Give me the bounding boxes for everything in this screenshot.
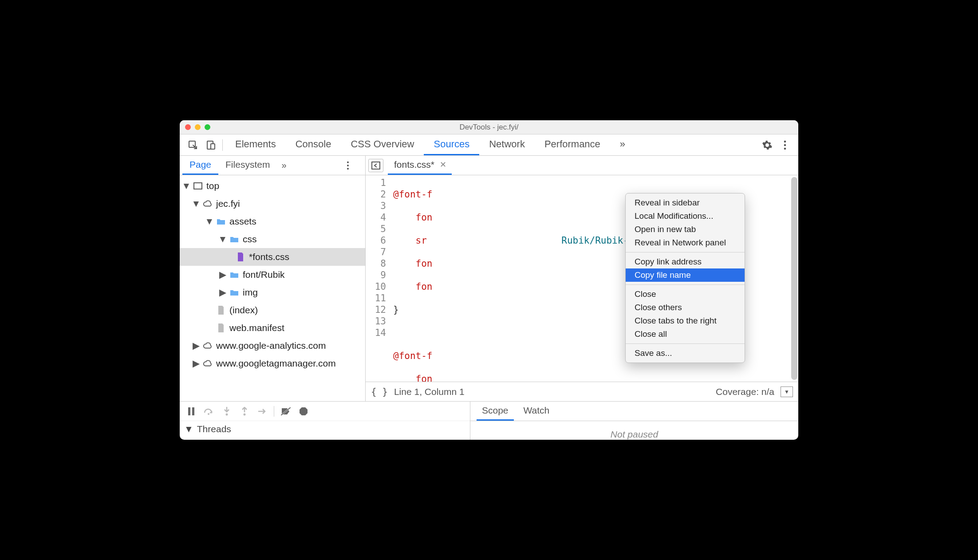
titlebar: DevTools - jec.fyi/ <box>180 120 798 134</box>
svg-rect-11 <box>188 407 190 415</box>
tab-console[interactable]: Console <box>286 134 341 155</box>
svg-point-14 <box>226 413 228 415</box>
tree-row-domain[interactable]: ▼ jec.fyi <box>180 195 365 213</box>
window-title: DevTools - jec.fyi/ <box>180 123 798 132</box>
tree-label: top <box>206 181 219 191</box>
scope-tabs: Scope Watch <box>470 402 798 421</box>
menu-copy-link[interactable]: Copy link address <box>626 255 745 268</box>
file-tab-fonts-css[interactable]: fonts.css* ✕ <box>388 156 452 175</box>
menu-copy-file-name[interactable]: Copy file name <box>626 268 745 282</box>
main-tabs: Elements Console CSS Overview Sources Ne… <box>180 134 798 156</box>
inspect-icon[interactable] <box>184 136 202 154</box>
tree-label: assets <box>229 216 256 227</box>
tree-row-index[interactable]: (index) <box>180 301 365 319</box>
pause-icon[interactable] <box>183 403 199 419</box>
menu-close[interactable]: Close <box>626 288 745 301</box>
menu-close-all[interactable]: Close all <box>626 327 745 341</box>
svg-point-15 <box>244 413 246 415</box>
tree-row-fonts-css[interactable]: *fonts.css <box>180 248 365 266</box>
separator <box>222 139 223 151</box>
tree-row-font-rubik[interactable]: ▶ font/Rubik <box>180 266 365 284</box>
tree-label: web.manifest <box>229 323 284 333</box>
chevron-down-icon: ▼ <box>183 181 189 191</box>
tree-label: jec.fyi <box>216 198 240 209</box>
menu-open-new-tab[interactable]: Open in new tab <box>626 223 745 236</box>
menu-separator <box>626 252 745 252</box>
tree-row-top[interactable]: ▼ top <box>180 177 365 195</box>
separator <box>274 406 274 417</box>
cloud-icon <box>203 341 213 351</box>
pause-on-exceptions-icon[interactable] <box>296 403 312 419</box>
tab-css-overview[interactable]: CSS Overview <box>341 134 424 155</box>
step-over-icon[interactable] <box>201 403 217 419</box>
editor-statusbar: { } Line 1, Column 1 Coverage: n/a ▼ <box>366 382 798 401</box>
menu-close-right[interactable]: Close tabs to the right <box>626 314 745 327</box>
gear-icon[interactable] <box>758 136 776 154</box>
tree-row-img[interactable]: ▶ img <box>180 284 365 301</box>
nav-tabs-overflow-icon[interactable]: » <box>277 160 291 170</box>
menu-reveal-sidebar[interactable]: Reveal in sidebar <box>626 196 745 209</box>
editor-panel: fonts.css* ✕ 1 2 3 4 5 6 7 8 9 10 11 12 … <box>366 156 798 401</box>
coverage-status: Coverage: n/a <box>716 386 774 397</box>
step-out-icon[interactable] <box>237 403 252 419</box>
file-tree[interactable]: ▼ top ▼ jec.fyi ▼ assets ▼ css <box>180 175 365 401</box>
cursor-position: Line 1, Column 1 <box>394 386 465 397</box>
tab-context-menu: Reveal in sidebar Local Modifications...… <box>625 193 745 363</box>
device-toolbar-icon[interactable] <box>202 136 220 154</box>
tree-row-gtm[interactable]: ▶ www.googletagmanager.com <box>180 355 365 372</box>
close-tab-icon[interactable]: ✕ <box>438 159 448 170</box>
menu-save-as[interactable]: Save as... <box>626 347 745 360</box>
threads-label: Threads <box>197 424 231 434</box>
kebab-menu-icon[interactable] <box>776 136 794 154</box>
menu-separator <box>626 284 745 285</box>
tree-row-manifest[interactable]: web.manifest <box>180 319 365 337</box>
file-icon <box>216 323 226 333</box>
toggle-navigator-icon[interactable] <box>368 159 383 172</box>
menu-reveal-network[interactable]: Reveal in Network panel <box>626 236 745 249</box>
folder-icon <box>229 234 239 244</box>
deactivate-breakpoints-icon[interactable] <box>278 403 294 419</box>
nav-tab-filesystem[interactable]: Filesystem <box>218 156 277 175</box>
step-icon[interactable] <box>254 403 270 419</box>
tab-elements[interactable]: Elements <box>225 134 286 155</box>
step-into-icon[interactable] <box>219 403 235 419</box>
tree-label: www.google-analytics.com <box>216 340 326 351</box>
tab-network[interactable]: Network <box>479 134 535 155</box>
folder-icon <box>216 217 226 226</box>
svg-point-3 <box>784 140 786 142</box>
coverage-toggle-icon[interactable]: ▼ <box>781 386 793 397</box>
format-button[interactable]: { } <box>371 386 388 397</box>
svg-point-4 <box>784 144 786 146</box>
menu-local-modifications[interactable]: Local Modifications... <box>626 209 745 223</box>
tab-sources[interactable]: Sources <box>424 134 479 155</box>
svg-rect-2 <box>211 144 215 149</box>
tab-scope[interactable]: Scope <box>477 402 514 421</box>
svg-point-13 <box>208 413 209 415</box>
chevron-down-icon: ▼ <box>220 234 226 245</box>
threads-section[interactable]: ▼ Threads <box>180 421 470 437</box>
file-tab-label: fonts.css* <box>394 159 434 170</box>
file-icon <box>216 305 226 315</box>
tab-performance[interactable]: Performance <box>535 134 610 155</box>
tree-label: font/Rubik <box>243 269 285 280</box>
tabs-overflow-icon[interactable]: » <box>610 134 635 155</box>
tree-row-assets[interactable]: ▼ assets <box>180 213 365 230</box>
svg-point-8 <box>347 168 349 170</box>
menu-close-others[interactable]: Close others <box>626 301 745 314</box>
nav-tab-page[interactable]: Page <box>182 156 218 175</box>
tree-row-css[interactable]: ▼ css <box>180 230 365 248</box>
folder-icon <box>229 270 239 280</box>
folder-icon <box>229 288 239 297</box>
editor-scrollbar[interactable] <box>791 177 797 380</box>
tree-label: css <box>243 234 257 245</box>
tree-row-ga[interactable]: ▶ www.google-analytics.com <box>180 337 365 355</box>
tab-watch[interactable]: Watch <box>518 402 555 421</box>
debugger-toolbar <box>180 402 470 421</box>
chevron-right-icon: ▶ <box>220 269 226 280</box>
devtools-window: DevTools - jec.fyi/ Elements Console CSS… <box>180 120 798 440</box>
nav-kebab-icon[interactable] <box>347 161 363 170</box>
chevron-right-icon: ▶ <box>193 358 199 369</box>
line-gutter: 1 2 3 4 5 6 7 8 9 10 11 12 13 14 <box>366 175 390 382</box>
css-file-icon <box>236 252 245 262</box>
frame-icon <box>193 181 203 191</box>
